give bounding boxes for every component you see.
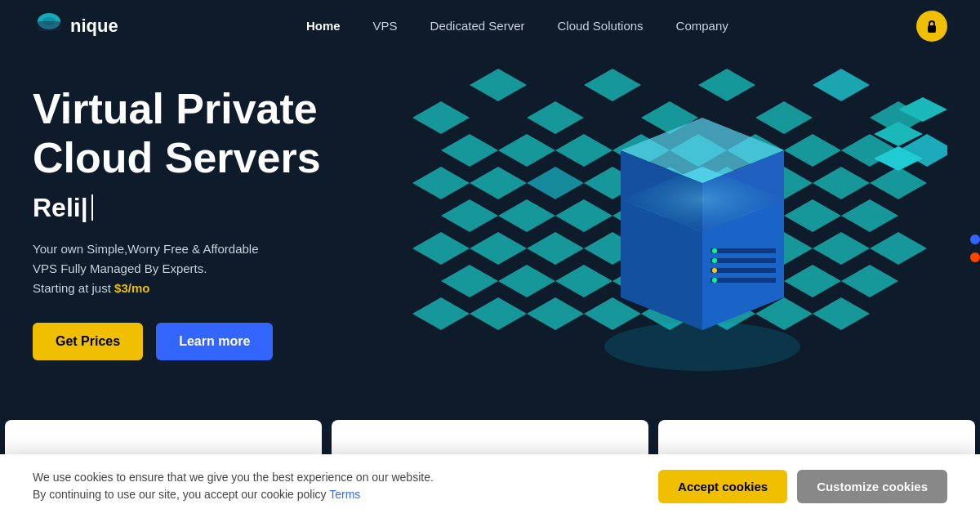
svg-point-75 <box>712 268 717 273</box>
svg-marker-41 <box>470 232 527 265</box>
svg-marker-10 <box>813 69 870 101</box>
svg-rect-69 <box>710 248 776 253</box>
hero-buttons: Get Prices Learn more <box>33 323 392 360</box>
nav-item-home[interactable]: Home <box>306 19 341 33</box>
svg-marker-6 <box>698 69 755 101</box>
svg-marker-12 <box>470 69 527 101</box>
slide-dot-2[interactable] <box>970 252 980 262</box>
svg-marker-32 <box>441 199 498 232</box>
svg-marker-33 <box>498 199 555 232</box>
svg-marker-59 <box>527 297 584 330</box>
svg-marker-48 <box>870 232 927 265</box>
logo[interactable]: nique <box>33 10 118 42</box>
svg-marker-20 <box>784 134 841 167</box>
customize-cookies-button[interactable]: Customize cookies <box>797 470 947 503</box>
svg-marker-14 <box>441 134 498 167</box>
svg-marker-56 <box>841 265 898 297</box>
cursor-blink <box>91 194 93 221</box>
hero-description: Your own Simple,Worry Free & Affordable … <box>33 239 392 298</box>
cookie-terms-link[interactable]: Terms <box>329 488 360 501</box>
svg-marker-7 <box>527 101 584 134</box>
svg-marker-34 <box>555 199 612 232</box>
svg-marker-60 <box>584 297 641 330</box>
hero-section: Virtual PrivateCloud Servers Reli| Your … <box>0 52 980 444</box>
svg-rect-70 <box>710 258 776 263</box>
svg-marker-51 <box>555 265 612 297</box>
svg-point-76 <box>712 278 717 283</box>
svg-marker-58 <box>470 297 527 330</box>
svg-point-73 <box>712 248 717 253</box>
svg-marker-16 <box>555 134 612 167</box>
svg-marker-30 <box>813 167 870 199</box>
svg-marker-13 <box>412 101 470 134</box>
learn-more-button[interactable]: Learn more <box>156 323 273 360</box>
cookie-text: We use cookies to ensure that we give yo… <box>33 469 434 503</box>
cookie-banner: We use cookies to ensure that we give yo… <box>0 454 980 518</box>
svg-marker-42 <box>527 232 584 265</box>
svg-rect-72 <box>710 278 776 283</box>
svg-marker-31 <box>870 167 927 199</box>
svg-marker-47 <box>813 232 870 265</box>
hero-title: Virtual PrivateCloud Servers <box>33 85 392 183</box>
get-prices-button[interactable]: Get Prices <box>33 323 143 360</box>
logo-name: nique <box>70 16 118 37</box>
svg-marker-49 <box>441 265 498 297</box>
svg-marker-23 <box>412 167 470 199</box>
svg-marker-38 <box>784 199 841 232</box>
nav-links: Home VPS Dedicated Server Cloud Solution… <box>306 19 728 33</box>
svg-marker-64 <box>813 297 870 330</box>
svg-point-74 <box>712 258 717 263</box>
svg-marker-55 <box>784 265 841 297</box>
hero-illustration <box>392 69 947 444</box>
nav-item-cloud[interactable]: Cloud Solutions <box>558 19 644 33</box>
svg-marker-50 <box>498 265 555 297</box>
svg-marker-39 <box>841 199 898 232</box>
cookie-buttons: Accept cookies Customize cookies <box>658 470 947 503</box>
slide-dot-1[interactable] <box>970 234 980 244</box>
svg-marker-24 <box>470 167 527 199</box>
svg-marker-5 <box>584 69 641 101</box>
svg-marker-9 <box>755 101 813 134</box>
svg-marker-25 <box>527 167 584 199</box>
nav-item-dedicated[interactable]: Dedicated Server <box>430 19 525 33</box>
accept-cookies-button[interactable]: Accept cookies <box>658 470 787 503</box>
svg-rect-3 <box>928 25 936 33</box>
nav-item-vps[interactable]: VPS <box>373 19 398 33</box>
hero-content: Virtual PrivateCloud Servers Reli| Your … <box>33 69 392 385</box>
svg-marker-57 <box>412 297 470 330</box>
svg-marker-40 <box>412 232 470 265</box>
isometric-svg <box>392 69 947 444</box>
svg-rect-2 <box>38 21 60 31</box>
login-button[interactable] <box>916 11 947 42</box>
nav-item-company[interactable]: Company <box>676 19 728 33</box>
sidebar-navigation-dots <box>970 234 980 262</box>
svg-rect-71 <box>710 268 776 273</box>
svg-marker-15 <box>498 134 555 167</box>
hero-subtitle: Reli| <box>33 193 392 223</box>
navbar: nique Home VPS Dedicated Server Cloud So… <box>0 0 980 52</box>
